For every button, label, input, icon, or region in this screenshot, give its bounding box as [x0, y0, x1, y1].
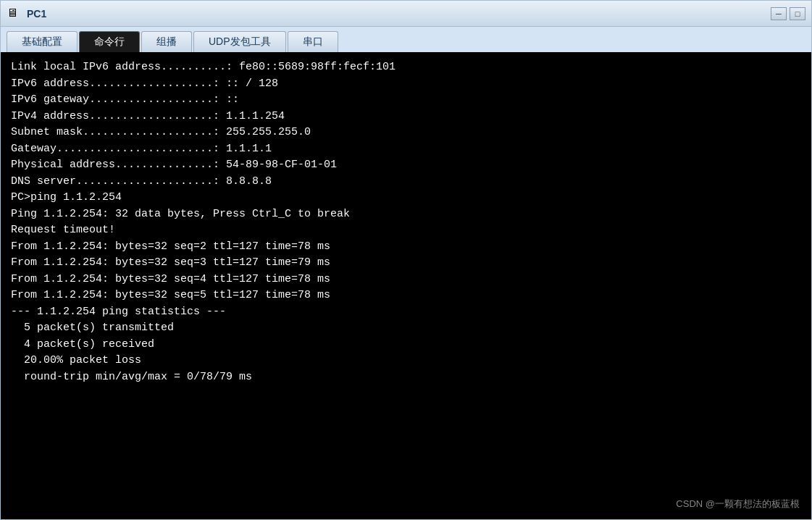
tab-bar: 基础配置 命令行 组播 UDP发包工具 串口 — [1, 27, 811, 52]
terminal-line: Gateway........................: 1.1.1.1 — [11, 141, 801, 158]
tab-cmd[interactable]: 命令行 — [79, 31, 140, 52]
terminal-line: Subnet mask....................: 255.255… — [11, 125, 801, 141]
terminal-line: 4 packet(s) received — [11, 337, 801, 353]
minimize-button[interactable]: ─ — [771, 7, 787, 20]
terminal-line: From 1.1.2.254: bytes=32 seq=2 ttl=127 t… — [11, 239, 801, 256]
terminal-line: IPv6 address...................: :: / 12… — [11, 76, 801, 93]
tab-udp[interactable]: UDP发包工具 — [193, 31, 286, 52]
terminal-line: Request timeout! — [11, 222, 801, 239]
main-window: 🖥 PC1 ─ □ 基础配置 命令行 组播 UDP发包工具 串口 Link lo… — [0, 0, 812, 520]
terminal-line: 20.00% packet loss — [11, 353, 801, 369]
tab-multicast[interactable]: 组播 — [141, 31, 192, 52]
terminal-line: Physical address...............: 54-89-9… — [11, 157, 801, 174]
terminal-line: IPv4 address...................: 1.1.1.2… — [11, 109, 801, 125]
window-icon: 🖥 — [7, 7, 21, 21]
tab-serial[interactable]: 串口 — [288, 31, 338, 52]
title-bar: 🖥 PC1 ─ □ — [1, 1, 811, 27]
title-controls: ─ □ — [771, 7, 805, 20]
terminal-line: PC>ping 1.1.2.254 — [11, 190, 801, 206]
terminal-line: round-trip min/avg/max = 0/78/79 ms — [11, 369, 801, 386]
window-content: Link local IPv6 address..........: fe80:… — [1, 52, 811, 519]
terminal-line: From 1.1.2.254: bytes=32 seq=4 ttl=127 t… — [11, 272, 801, 288]
terminal[interactable]: Link local IPv6 address..........: fe80:… — [1, 52, 811, 519]
title-left: 🖥 PC1 — [7, 7, 46, 21]
terminal-line: From 1.1.2.254: bytes=32 seq=3 ttl=127 t… — [11, 255, 801, 272]
terminal-line: Link local IPv6 address..........: fe80:… — [11, 59, 801, 76]
terminal-line: From 1.1.2.254: bytes=32 seq=5 ttl=127 t… — [11, 288, 801, 304]
tab-basic[interactable]: 基础配置 — [7, 31, 78, 52]
watermark: CSDN @一颗有想法的板蓝根 — [676, 498, 800, 511]
terminal-line: --- 1.1.2.254 ping statistics --- — [11, 304, 801, 321]
terminal-line: 5 packet(s) transmitted — [11, 320, 801, 337]
terminal-line: IPv6 gateway...................: :: — [11, 92, 801, 109]
terminal-line: DNS server.....................: 8.8.8.8 — [11, 174, 801, 190]
terminal-line: Ping 1.1.2.254: 32 data bytes, Press Ctr… — [11, 206, 801, 223]
window-title: PC1 — [27, 8, 46, 20]
maximize-button[interactable]: □ — [790, 7, 805, 20]
